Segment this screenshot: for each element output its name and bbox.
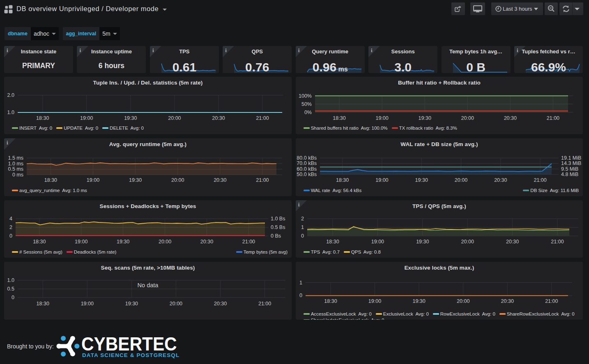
svg-text:20:00: 20:00 [170,301,182,307]
svg-text:19:30: 19:30 [129,177,142,183]
svg-text:20:30: 20:30 [501,298,513,304]
svg-text:20:00: 20:00 [457,298,469,304]
svg-text:20:30: 20:30 [200,239,213,245]
svg-text:19:30: 19:30 [418,115,431,121]
svg-text:20:30: 20:30 [212,115,225,121]
svg-text:20:30: 20:30 [504,115,516,121]
svg-text:20:00: 20:00 [455,177,467,183]
svg-text:20:00: 20:00 [168,115,181,121]
svg-text:19:00: 19:00 [80,115,93,121]
svg-text:0.5 Bs: 0.5 Bs [271,224,285,230]
svg-text:18:30: 18:30 [326,239,339,245]
svg-text:20:00: 20:00 [461,239,474,245]
svg-text:1.0 ms: 1.0 ms [8,161,23,167]
svg-text:0%: 0% [304,109,312,115]
svg-text:4.8 MiB: 4.8 MiB [561,172,578,177]
svg-text:21:00: 21:00 [545,298,558,304]
svg-text:1.5 ms: 1.5 ms [8,155,23,161]
svg-text:20:30: 20:30 [214,177,226,183]
svg-text:0 ms: 0 ms [12,172,23,178]
svg-text:21:00: 21:00 [256,115,269,121]
svg-text:21:00: 21:00 [551,239,564,245]
svg-text:19:30: 19:30 [124,115,137,121]
svg-text:50%: 50% [301,101,312,107]
svg-text:1: 1 [299,280,302,286]
svg-text:19:00: 19:00 [81,301,94,307]
svg-text:19:00: 19:00 [368,298,381,304]
svg-text:21:00: 21:00 [534,177,546,183]
svg-text:18:30: 18:30 [44,177,57,183]
svg-text:0: 0 [299,293,302,298]
svg-text:50.0 kBs: 50.0 kBs [297,172,317,177]
svg-text:18:30: 18:30 [33,239,46,245]
svg-text:21:00: 21:00 [242,239,255,245]
svg-text:1.0: 1.0 [7,110,14,115]
svg-text:19:00: 19:00 [371,239,384,245]
svg-text:20:30: 20:30 [506,239,519,245]
svg-text:18:30: 18:30 [336,177,349,183]
svg-text:18:30: 18:30 [324,298,337,304]
svg-text:0.5 ms: 0.5 ms [8,166,23,172]
svg-text:2: 2 [9,224,12,230]
svg-text:19:30: 19:30 [412,298,425,304]
svg-text:19:00: 19:00 [75,239,87,245]
svg-text:19:00: 19:00 [375,115,388,121]
svg-text:21:00: 21:00 [546,115,559,121]
svg-text:19:00: 19:00 [87,177,99,183]
svg-text:18:30: 18:30 [36,115,49,121]
svg-text:2.0: 2.0 [7,92,14,98]
svg-text:0: 0 [12,295,14,300]
svg-text:19:30: 19:30 [125,301,138,307]
svg-text:19:30: 19:30 [117,239,129,245]
svg-text:19:30: 19:30 [416,239,429,245]
svg-text:60.0 kBs: 60.0 kBs [297,166,317,172]
svg-text:0: 0 [301,233,304,239]
svg-text:14.3 MiB: 14.3 MiB [561,160,581,166]
svg-text:20:00: 20:00 [461,115,474,121]
svg-text:1: 1 [301,224,304,230]
svg-text:2: 2 [301,216,304,222]
svg-text:100%: 100% [299,93,312,98]
svg-text:20:00: 20:00 [171,177,184,183]
svg-text:0 Bs: 0 Bs [271,233,281,239]
svg-text:4: 4 [9,216,12,222]
svg-text:1.0 Bs: 1.0 Bs [271,216,285,222]
svg-text:80.0 kBs: 80.0 kBs [297,155,317,161]
svg-text:0: 0 [9,233,12,239]
svg-text:19.1 MiB: 19.1 MiB [561,155,581,161]
svg-text:19:00: 19:00 [375,177,388,183]
svg-text:19:30: 19:30 [415,177,428,183]
svg-text:No data: No data [138,282,159,288]
svg-text:70.0 kBs: 70.0 kBs [297,160,317,166]
svg-text:1.0: 1.0 [7,277,14,283]
svg-text:20:00: 20:00 [159,239,171,245]
svg-text:9.5 MiB: 9.5 MiB [561,166,578,172]
svg-text:21:00: 21:00 [256,177,269,183]
svg-text:18:30: 18:30 [333,115,345,121]
svg-text:18:30: 18:30 [37,301,49,307]
svg-text:20:30: 20:30 [494,177,507,183]
svg-text:21:00: 21:00 [258,301,271,307]
svg-text:0.5: 0.5 [7,286,14,292]
svg-text:20:30: 20:30 [214,301,227,307]
